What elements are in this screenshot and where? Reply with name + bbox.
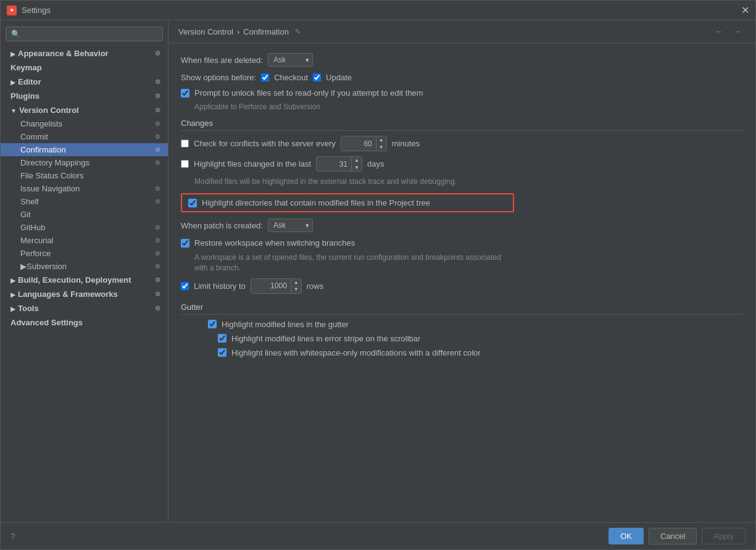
sidebar-item-directory-mappings[interactable]: Directory Mappings ⚙	[1, 156, 168, 169]
gutter-error-stripe-checkbox[interactable]	[218, 334, 226, 343]
restore-workspace-checkbox[interactable]	[181, 239, 189, 248]
main-content: Version Control › Confirmation ✎ ← → Whe…	[168, 20, 755, 522]
conflicts-unit-label: minutes	[392, 139, 420, 148]
sidebar-item-confirmation[interactable]: Confirmation ⚙	[1, 143, 168, 156]
checkout-label[interactable]: Checkout	[274, 73, 308, 82]
highlight-decrement-button[interactable]: ▼	[352, 164, 362, 172]
conflicts-increment-button[interactable]: ▲	[376, 136, 386, 144]
sidebar-item-git[interactable]: Git	[1, 208, 168, 221]
conflicts-value-input[interactable]	[341, 138, 376, 150]
sidebar-item-build[interactable]: ▶Build, Execution, Deployment ⚙	[1, 273, 168, 287]
restore-workspace-note: A workspace is a set of opened files, th…	[194, 252, 515, 273]
show-options-label: Show options before:	[181, 73, 256, 82]
limit-history-checkbox[interactable]	[181, 282, 189, 290]
check-conflicts-row: Check for conflicts with the server ever…	[181, 136, 743, 151]
gutter-error-stripe-label[interactable]: Highlight modified lines in error stripe…	[231, 334, 420, 343]
breadcrumb-separator: ›	[237, 27, 239, 36]
sidebar-item-changelists[interactable]: Changelists ⚙	[1, 117, 168, 130]
highlight-increment-button[interactable]: ▲	[352, 157, 362, 164]
history-decrement-button[interactable]: ▼	[291, 286, 301, 293]
sidebar-item-languages[interactable]: ▶Languages & Frameworks ⚙	[1, 287, 168, 301]
settings-icon-tools: ⚙	[155, 305, 160, 312]
sidebar-item-editor[interactable]: ▶Editor ⚙	[1, 75, 168, 89]
breadcrumb: Version Control › Confirmation ✎	[178, 27, 301, 36]
settings-icon: ⚙	[155, 50, 160, 57]
gutter-highlight-modified-row: Highlight modified lines in the gutter	[181, 320, 743, 329]
sidebar-item-issue-navigation[interactable]: Issue Navigation ⚙	[1, 182, 168, 195]
expand-icon-tools: ▶	[10, 306, 15, 312]
check-conflicts-checkbox[interactable]	[181, 140, 189, 148]
settings-icon-build: ⚙	[155, 277, 160, 283]
when-deleted-row: When files are deleted: Ask Silently Can…	[181, 53, 743, 67]
nav-forward-button[interactable]: →	[729, 25, 746, 38]
app-icon: ✦	[7, 6, 17, 15]
when-deleted-select-wrapper: Ask Silently Cancel	[268, 53, 313, 67]
highlight-days-input[interactable]	[317, 158, 351, 170]
restore-workspace-label[interactable]: Restore workspace when switching branche…	[194, 238, 355, 248]
prompt-unlock-row: Prompt to unlock files set to read-only …	[181, 88, 743, 98]
when-deleted-select[interactable]: Ask Silently Cancel	[268, 53, 313, 67]
settings-icon-issue-nav: ⚙	[155, 185, 160, 192]
sidebar-item-appearance[interactable]: ▶Appearance & Behavior ⚙	[1, 46, 168, 60]
expand-icon-editor: ▶	[10, 79, 15, 86]
gutter-error-stripe-row: Highlight modified lines in error stripe…	[181, 334, 743, 343]
gutter-section-title: Gutter	[181, 302, 743, 315]
title-bar: ✦ Settings ✕	[1, 1, 755, 20]
limit-history-label[interactable]: Limit history to	[194, 281, 246, 291]
highlight-note: Modified files will be highlighted in th…	[194, 177, 515, 187]
update-label[interactable]: Update	[326, 73, 352, 82]
settings-icon-github: ⚙	[155, 224, 160, 231]
sidebar-item-subversion[interactable]: ▶Subversion ⚙	[1, 260, 168, 273]
settings-dialog: ✦ Settings ✕ ▶Appearance & Behavior ⚙ Ke…	[0, 0, 756, 550]
apply-button[interactable]: Apply	[702, 528, 746, 544]
settings-icon-confirmation: ⚙	[155, 146, 160, 153]
sidebar-item-advanced[interactable]: Advanced Settings	[1, 315, 168, 330]
sidebar-item-commit[interactable]: Commit ⚙	[1, 130, 168, 143]
highlight-changed-label[interactable]: Highlight files changed in the last	[194, 159, 311, 169]
sidebar-item-github[interactable]: GitHub ⚙	[1, 221, 168, 234]
history-increment-button[interactable]: ▲	[291, 279, 301, 286]
conflicts-decrement-button[interactable]: ▼	[376, 144, 386, 151]
highlight-dirs-label[interactable]: Highlight directories that contain modif…	[202, 198, 430, 207]
cancel-button[interactable]: Cancel	[649, 528, 697, 544]
expand-icon-languages: ▶	[10, 291, 15, 298]
prompt-unlock-label[interactable]: Prompt to unlock files set to read-only …	[194, 88, 423, 98]
breadcrumb-bar: Version Control › Confirmation ✎ ← →	[168, 20, 755, 43]
sidebar-item-plugins[interactable]: Plugins ⚙	[1, 89, 168, 103]
ok-button[interactable]: OK	[609, 528, 644, 544]
settings-icon-perforce: ⚙	[155, 250, 160, 257]
sidebar-item-mercurial[interactable]: Mercurial ⚙	[1, 234, 168, 247]
close-button[interactable]: ✕	[741, 4, 749, 16]
gutter-whitespace-label[interactable]: Highlight lines with whitespace-only mod…	[231, 348, 481, 357]
history-value-input[interactable]	[251, 280, 291, 292]
sidebar-item-perforce[interactable]: Perforce ⚙	[1, 247, 168, 260]
highlight-changed-checkbox[interactable]	[181, 160, 189, 168]
search-box	[6, 27, 163, 41]
gutter-whitespace-checkbox[interactable]	[218, 348, 226, 357]
check-conflicts-label[interactable]: Check for conflicts with the server ever…	[194, 139, 336, 148]
highlight-unit-label: days	[367, 159, 384, 169]
highlight-dirs-box: Highlight directories that contain modif…	[181, 193, 514, 212]
checkout-checkbox[interactable]	[261, 73, 269, 81]
update-checkbox[interactable]	[313, 73, 321, 81]
sidebar-item-shelf[interactable]: Shelf ⚙	[1, 195, 168, 208]
help-button[interactable]: ?	[10, 531, 15, 541]
changes-section-title: Changes	[181, 119, 743, 131]
search-input[interactable]	[6, 27, 163, 41]
settings-icon-mercurial: ⚙	[155, 237, 160, 244]
when-patch-select[interactable]: Ask Silently Cancel	[268, 219, 313, 232]
sidebar-item-keymap[interactable]: Keymap	[1, 60, 168, 75]
settings-icon-commit: ⚙	[155, 133, 160, 140]
sidebar-item-file-status-colors[interactable]: File Status Colors	[1, 169, 168, 182]
dialog-footer: ? OK Cancel Apply	[1, 522, 755, 549]
prompt-unlock-checkbox[interactable]	[181, 89, 189, 98]
gutter-highlight-modified-label[interactable]: Highlight modified lines in the gutter	[222, 320, 349, 329]
settings-icon-languages: ⚙	[155, 291, 160, 298]
nav-back-button[interactable]: ←	[711, 25, 727, 38]
highlight-dirs-checkbox[interactable]	[188, 199, 197, 207]
sidebar-item-tools[interactable]: ▶Tools ⚙	[1, 301, 168, 315]
gutter-highlight-modified-checkbox[interactable]	[208, 320, 217, 328]
sidebar-item-version-control[interactable]: ▼Version Control ⚙	[1, 103, 168, 117]
conflicts-spinbox: ▲ ▼	[341, 136, 387, 151]
breadcrumb-part1: Version Control	[178, 27, 233, 36]
